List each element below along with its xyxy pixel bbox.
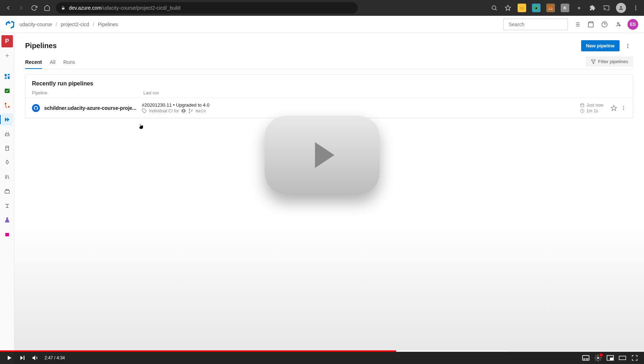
github-repo-icon: [32, 104, 40, 112]
svg-point-29: [8, 106, 10, 108]
lock-icon: [61, 6, 65, 10]
svg-rect-68: [586, 359, 588, 360]
search-box[interactable]: [503, 19, 568, 30]
svg-point-7: [635, 9, 636, 10]
azure-devops-logo[interactable]: [6, 20, 14, 29]
progress-played: [0, 350, 396, 352]
extension-3[interactable]: 🦊: [546, 4, 555, 12]
calendar-icon: [580, 103, 584, 107]
favorite-star-icon[interactable]: [611, 105, 617, 111]
zoom-icon[interactable]: [490, 4, 498, 12]
svg-rect-30: [5, 134, 9, 136]
run-reason: Individual CI for: [149, 108, 179, 113]
new-pipeline-button[interactable]: New pipeline: [581, 40, 620, 51]
cast-icon[interactable]: [602, 4, 610, 12]
nav-project-icon[interactable]: P: [1, 35, 13, 47]
svg-point-28: [5, 103, 6, 104]
svg-line-37: [8, 175, 9, 179]
video-controls: 2:47 / 4:34: [0, 350, 644, 364]
extensions-puzzle-icon[interactable]: [589, 4, 597, 12]
url-path: /udacity-course/project2-cicd/_build: [102, 5, 180, 11]
miniplayer-button[interactable]: [607, 354, 614, 361]
bookmark-star-icon[interactable]: [504, 4, 512, 12]
nav-pipelines[interactable]: [1, 113, 13, 126]
nav-environments[interactable]: [1, 128, 13, 140]
list-view-icon[interactable]: [573, 20, 582, 29]
search-input[interactable]: [509, 22, 571, 27]
home-button[interactable]: [43, 4, 51, 12]
filter-icon: [591, 59, 596, 64]
user-avatar[interactable]: ES: [627, 19, 638, 30]
last-run-info: #20201230.11 • Upgraded to 4.0 Individua…: [142, 102, 580, 113]
browser-toolbar-icons: 😊 ● 🦊 K ●: [490, 3, 640, 13]
nav-boards[interactable]: [1, 70, 13, 83]
nav-library[interactable]: [1, 171, 13, 183]
breadcrumb-page[interactable]: Pipelines: [98, 22, 118, 27]
marketplace-icon[interactable]: [587, 20, 595, 29]
svg-marker-47: [591, 60, 596, 64]
url-bar[interactable]: dev.azure.com/udacity-course/project2-ci…: [56, 2, 358, 14]
filter-pipelines-button[interactable]: Filter pipelines: [586, 56, 633, 67]
theater-button[interactable]: [619, 354, 626, 361]
nav-work-items[interactable]: [1, 85, 13, 97]
breadcrumb-project[interactable]: project2-cicd: [61, 22, 89, 27]
extension-1[interactable]: 😊: [518, 4, 526, 12]
svg-point-52: [192, 110, 193, 111]
left-nav: P: [0, 33, 14, 364]
svg-point-19: [617, 22, 619, 24]
column-headers: Pipeline Last run: [26, 90, 633, 98]
main-content: Pipelines New pipeline Recent All Runs F…: [14, 33, 644, 364]
svg-point-44: [627, 44, 629, 45]
tag-icon: [142, 108, 147, 113]
breadcrumb-org[interactable]: udacity-course: [19, 22, 52, 27]
svg-point-50: [189, 109, 190, 109]
browser-menu-icon[interactable]: [632, 4, 640, 12]
nav-repos[interactable]: [1, 99, 13, 111]
svg-rect-24: [8, 74, 9, 75]
extension-dot[interactable]: ●: [575, 4, 583, 12]
nav-artifacts[interactable]: [1, 228, 13, 241]
nav-releases[interactable]: [1, 142, 13, 154]
help-icon[interactable]: [600, 20, 609, 29]
svg-point-51: [189, 112, 190, 113]
nav-test-plans[interactable]: [1, 214, 13, 226]
svg-rect-64: [24, 356, 24, 360]
svg-rect-71: [610, 358, 613, 360]
svg-marker-65: [33, 355, 36, 360]
extension-k[interactable]: K: [561, 4, 569, 12]
svg-rect-26: [5, 78, 6, 79]
nav-deployment[interactable]: [1, 200, 13, 212]
next-button[interactable]: [19, 354, 26, 361]
nav-task-groups[interactable]: [1, 185, 13, 197]
forward-button[interactable]: [17, 4, 25, 12]
tab-recent[interactable]: Recent: [25, 57, 42, 69]
video-play-overlay[interactable]: [265, 116, 380, 195]
svg-point-59: [623, 106, 624, 107]
tab-all[interactable]: All: [50, 57, 56, 69]
svg-point-60: [623, 107, 624, 108]
nav-rocket[interactable]: [1, 157, 13, 169]
user-settings-icon[interactable]: [614, 20, 622, 29]
extension-2[interactable]: ●: [532, 4, 541, 12]
svg-rect-67: [583, 359, 585, 360]
svg-point-6: [635, 8, 636, 9]
page-title: Pipelines: [25, 42, 57, 50]
pipeline-row[interactable]: schildner.udacity-azure-course-proje... …: [26, 98, 633, 118]
fullscreen-button[interactable]: [631, 354, 638, 361]
svg-marker-62: [8, 356, 12, 360]
play-button[interactable]: [6, 354, 13, 361]
settings-button[interactable]: [594, 354, 602, 361]
svg-rect-43: [5, 233, 9, 236]
branch-name: main: [195, 108, 206, 113]
row-more-icon[interactable]: [621, 105, 626, 111]
breadcrumb: udacity-course / project2-cicd / Pipelin…: [19, 22, 118, 27]
reload-button[interactable]: [30, 4, 38, 12]
nav-add[interactable]: [1, 50, 13, 62]
tab-runs[interactable]: Runs: [63, 57, 75, 69]
volume-button[interactable]: [32, 354, 39, 361]
page-more-button[interactable]: [622, 41, 633, 51]
back-button[interactable]: [4, 4, 12, 12]
col-last-run: Last run: [143, 90, 626, 95]
captions-button[interactable]: [582, 354, 589, 361]
profile-avatar[interactable]: [616, 3, 626, 13]
